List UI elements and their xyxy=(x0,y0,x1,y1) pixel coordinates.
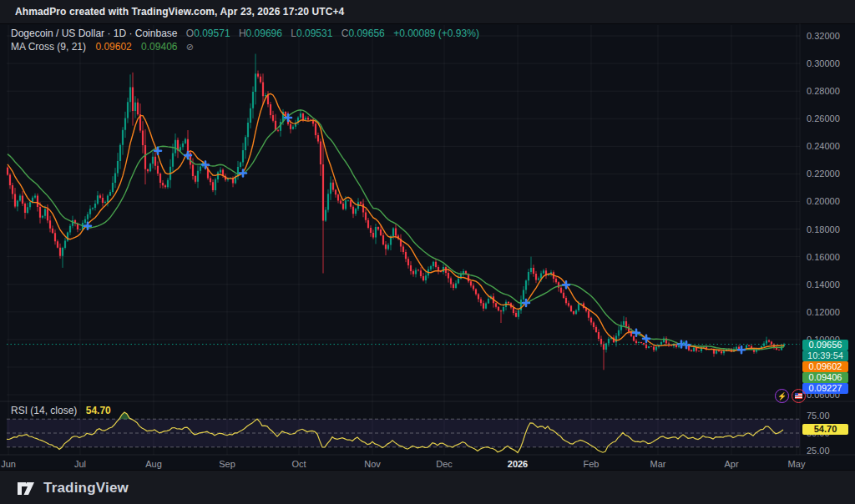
rsi-legend-row[interactable]: RSI (14, close) 54.70 xyxy=(11,405,111,416)
time-axis-label: Mar xyxy=(650,459,666,469)
events-flag-icon[interactable] xyxy=(792,389,806,403)
rsi-pane[interactable] xyxy=(7,412,800,453)
time-axis-label: 2026 xyxy=(508,459,528,469)
chart-canvas[interactable] xyxy=(0,0,855,504)
ma-fast-value: 0.09602 xyxy=(95,41,131,53)
price-axis-tick: 0.24000 xyxy=(807,141,840,151)
symbol-title[interactable]: Dogecoin / US Dollar xyxy=(11,28,104,39)
ma-cross-legend-row[interactable]: MA Cross (9, 21) 0.09602 0.09406 ⊘ xyxy=(11,41,194,53)
open-value: 0.09571 xyxy=(194,28,230,39)
time-axis-label: Oct xyxy=(291,459,306,469)
rsi-value: 54.70 xyxy=(86,405,111,416)
countdown-label: 10:39:54 xyxy=(802,350,848,361)
rsi-value-label: 54.70 xyxy=(802,424,848,435)
last-price-label: 0.09656 xyxy=(802,340,848,350)
low-key: L xyxy=(291,28,296,39)
price-axis-tick: 0.12000 xyxy=(807,307,840,317)
low-value: 0.09531 xyxy=(296,28,332,39)
flag-glyph xyxy=(795,393,802,399)
price-axis-tick: 0.20000 xyxy=(807,196,840,206)
high-value: 0.09696 xyxy=(246,28,282,39)
symbol-interval[interactable]: 1D xyxy=(114,28,126,39)
ma-lines xyxy=(8,93,784,350)
ma-cross-label[interactable]: MA Cross (9, 21) xyxy=(11,41,86,53)
time-axis-label: Sep xyxy=(219,459,235,469)
source-disabled-icon[interactable]: ⊘ xyxy=(186,42,194,52)
time-axis-label: Jul xyxy=(74,459,86,469)
price-axis-tick: 0.30000 xyxy=(807,58,840,68)
change-value: +0.00089 (+0.93%) xyxy=(393,28,479,39)
symbol-exchange: Coinbase xyxy=(135,28,178,39)
rsi-label[interactable]: RSI (14, close) xyxy=(11,405,77,416)
time-axis[interactable]: JunJulAugSepOctNovDec2026FebMarAprMay xyxy=(0,455,855,470)
price-axis-tick: 0.28000 xyxy=(807,86,840,96)
time-axis-label: Jun xyxy=(1,459,16,469)
price-axis-tick: 0.22000 xyxy=(807,169,840,179)
open-key: O xyxy=(186,28,194,39)
ma-slow-price-label: 0.09406 xyxy=(802,372,848,383)
price-axis-tick: 0.32000 xyxy=(807,31,840,41)
tradingview-chart-window: AhmadPro created with TradingView.com, A… xyxy=(0,0,855,504)
time-axis-label: Feb xyxy=(584,459,600,469)
ma-cross-markers xyxy=(84,114,745,353)
price-axis-tick: 0.16000 xyxy=(807,252,840,262)
high-key: H xyxy=(239,28,246,39)
tradingview-logo-text[interactable]: TradingView xyxy=(43,480,129,496)
time-axis-label: Aug xyxy=(145,459,162,469)
time-axis-label: May xyxy=(788,459,806,469)
tradingview-logo-icon[interactable] xyxy=(16,478,36,498)
time-axis-label: Apr xyxy=(724,459,738,469)
price-axis-tick: 0.14000 xyxy=(807,280,840,290)
boost-lightning-icon[interactable]: ⚡ xyxy=(775,389,789,403)
symbol-legend-row[interactable]: Dogecoin / US Dollar · 1D · Coinbase O0.… xyxy=(11,28,479,39)
price-axis-tick: 0.18000 xyxy=(807,224,840,234)
footer-bar: TradingView xyxy=(0,470,855,504)
ma-slow-value: 0.09406 xyxy=(141,41,177,53)
time-axis-label: Nov xyxy=(364,459,381,469)
candlesticks xyxy=(8,54,784,370)
ma-fast-price-label: 0.09602 xyxy=(802,361,848,372)
rsi-axis-tick: 75.00 xyxy=(807,411,830,421)
price-axis-tick: 0.26000 xyxy=(807,113,840,123)
time-axis-label: Dec xyxy=(436,459,453,469)
gridlines xyxy=(0,23,855,455)
blue-price-label: 0.09227 xyxy=(802,383,848,394)
close-value: 0.09656 xyxy=(348,28,384,39)
